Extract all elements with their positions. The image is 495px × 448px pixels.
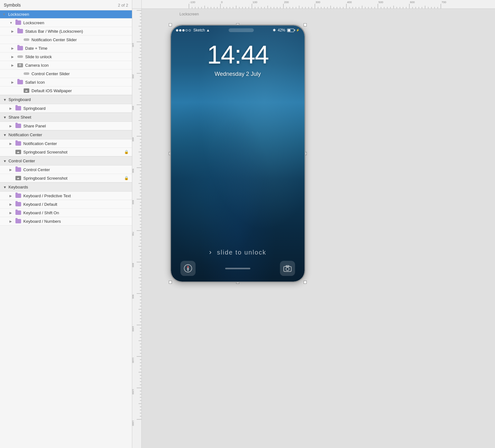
ruler-corner [132,0,142,9]
chevron-right-icon: ▶ [9,107,14,110]
svg-text:300: 300 [316,1,320,4]
main-area: -1000100200300400500600700 1002003004005… [132,0,495,448]
tree-label-lockscreen-folder: Lockscreen [23,20,129,25]
signal-dot-3 [182,29,185,31]
carrier-label: Sketch [193,28,205,32]
svg-text:100: 100 [253,1,257,4]
tree-item-springboard[interactable]: ▶ Springboard [0,104,132,113]
section-lockscreen-label: Lockscreen [8,12,129,17]
tree-item-safari-icon[interactable]: ▶ Safari Icon [0,78,132,87]
chevron-right-icon: ▶ [9,203,14,206]
tree-item-keyboard-default[interactable]: ▶ Keyboard / Default [0,200,132,209]
svg-text:200: 200 [284,1,289,4]
panel-count: 2 of 2 [118,3,128,8]
section-nc-label: Notification Center [9,132,42,137]
svg-text:900: 900 [132,294,134,299]
folder-icon [17,46,23,51]
lock-icon: 🔒 [124,150,129,154]
section-keyboards[interactable]: ▼ Keyboards [0,182,132,192]
tree-item-lockscreen-folder[interactable]: ▼ Lockscreen [0,19,132,27]
section-springboard-label: Springboard [9,97,31,102]
chevron-right-icon: ▶ [11,55,16,59]
folder-icon [15,20,21,25]
home-indicator [225,268,250,269]
tree-item-camera-icon[interactable]: ▶ Camera Icon [0,61,132,70]
chevron-right-icon: ▶ [9,168,14,171]
chevron-right-icon: ▶ [11,47,16,50]
tree-label-keyboard-predictive: Keyboard / Predictive Text [23,193,129,198]
svg-text:700: 700 [132,232,134,236]
svg-text:200: 200 [132,74,134,79]
wifi-icon: ▲ [206,28,210,32]
chevron-down-icon: ▼ [9,21,14,25]
tree-item-status-bar[interactable]: ▶ Status Bar / White (Lockscreen) [0,27,132,36]
slider-icon [23,37,30,42]
tree-label-springboard-screenshot-nc: Springboard Screenshot [23,150,67,154]
charging-icon: ⚡ [296,29,299,32]
folder-icon [15,193,21,198]
tree-label-nc-folder: Notification Center [23,141,129,146]
svg-text:600: 600 [410,1,415,4]
folder-icon [15,210,21,215]
tree-label-status-bar: Status Bar / White (Lockscreen) [25,29,129,34]
tree-item-springboard-screenshot-cc[interactable]: Springboard Screenshot 🔒 [0,174,132,182]
tree-item-springboard-screenshot-nc[interactable]: Springboard Screenshot 🔒 [0,148,132,156]
battery-bar [287,29,294,32]
chevron-right-icon: ▶ [9,124,14,128]
tree-item-nc-slider[interactable]: Notification Center Slider [0,36,132,44]
tree-label-date-time: Date + Time [25,46,129,51]
folder-icon [15,141,21,146]
tree-label-keyboard-default: Keyboard / Default [23,202,129,207]
folder-icon [15,106,21,111]
battery-fill [288,29,290,31]
chevron-right-icon: ▶ [9,211,14,215]
svg-text:500: 500 [378,1,383,4]
tree-item-date-time[interactable]: ▶ Date + Time [0,44,132,53]
tree-label-share-panel: Share Panel [23,124,129,128]
tree-item-keyboard-predictive[interactable]: ▶ Keyboard / Predictive Text [0,192,132,200]
status-left: Sketch ▲ [176,28,210,32]
tree-item-keyboard-shift[interactable]: ▶ Keyboard / Shift On [0,209,132,217]
canvas-area[interactable]: 1002003004005006007008009001000110012001… [132,9,495,448]
camera-icon [17,63,23,68]
battery-percent: 42% [278,28,285,32]
svg-text:300: 300 [132,106,134,110]
section-share-sheet[interactable]: ▼ Share Sheet [0,113,132,122]
chevron-right-icon: ▶ [9,220,14,223]
tree-item-nc-folder[interactable]: ▶ Notification Center [0,139,132,148]
tree-label-springboard-screenshot-cc: Springboard Screenshot [23,176,67,181]
iphone-screen: Sketch ▲ ✱ 42% ⚡ [171,25,304,282]
svg-text:1300: 1300 [132,420,134,426]
tree-scroll[interactable]: ▼ Lockscreen ▼ Lockscreen ▶ Status Bar /… [0,10,132,448]
chevron-down-icon: ▼ [3,133,7,137]
tree-item-cc-slider[interactable]: Control Center Slider [0,70,132,78]
section-notification-center[interactable]: ▼ Notification Center [0,130,132,139]
tree-label-camera-icon: Camera Icon [25,63,129,68]
iphone-mockup: Sketch ▲ ✱ 42% ⚡ [170,25,305,283]
tree-label-cc-folder: Control Center [23,167,129,172]
slide-chevron-icon: › [209,248,212,256]
canvas[interactable]: Lockscreen [142,9,495,448]
tree-label-wallpaper: Default iOS Wallpaper [31,88,129,93]
slide-text: slide to unlock [217,249,266,256]
signal-dot-4 [185,29,188,31]
vertical-ruler: 1002003004005006007008009001000110012001… [132,9,142,448]
tree-item-slide-unlock[interactable]: ▶ Slide to unlock [0,53,132,61]
folder-icon [17,80,23,85]
signal-dots [176,29,191,31]
folder-icon [15,219,21,224]
chevron-down-icon: ▼ [3,115,7,119]
tree-label-slide-unlock: Slide to unlock [25,54,129,59]
tree-label-keyboard-shift: Keyboard / Shift On [23,210,129,215]
section-control-center[interactable]: ▼ Control Center [0,156,132,165]
section-cc-label: Control Center [9,159,35,163]
image-icon [15,176,21,181]
tree-item-keyboard-numbers[interactable]: ▶ Keyboard / Numbers [0,217,132,226]
left-panel: Symbols 2 of 2 ▼ Lockscreen ▼ Lockscreen… [0,0,132,448]
tree-item-share-panel[interactable]: ▶ Share Panel [0,122,132,130]
section-lockscreen[interactable]: ▼ Lockscreen [0,10,132,19]
tree-item-wallpaper[interactable]: Default iOS Wallpaper [0,87,132,95]
lock-date: Wednesday 2 July [171,71,304,77]
section-springboard[interactable]: ▼ Springboard [0,95,132,104]
tree-item-cc-folder[interactable]: ▶ Control Center [0,165,132,174]
